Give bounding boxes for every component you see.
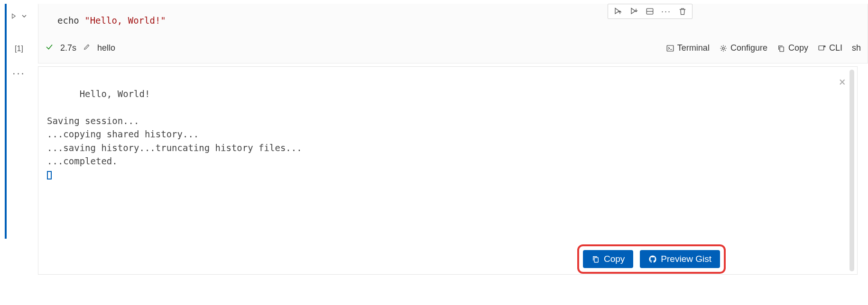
close-output-icon[interactable]: × — [839, 73, 846, 90]
output-text: Hello, World! Saving session... ...copyi… — [47, 89, 302, 167]
edit-label-icon[interactable] — [83, 43, 91, 53]
code-token-string: "Hello, World!" — [84, 15, 166, 26]
copy-button[interactable]: Copy — [583, 250, 633, 268]
active-cell-indicator — [5, 4, 7, 63]
highlighted-actions: Copy Preview Gist — [577, 244, 726, 274]
svg-rect-4 — [780, 47, 784, 52]
svg-rect-5 — [819, 45, 824, 50]
code-token-command: echo — [57, 15, 79, 26]
cell-status-bar: 2.7s hello Terminal Configure Copy — [38, 40, 868, 58]
svg-point-3 — [722, 47, 725, 49]
output-collapse-icon[interactable]: ··· — [12, 70, 25, 76]
configure-label: Configure — [730, 43, 767, 53]
execution-duration: 2.7s — [60, 43, 76, 53]
split-cell-icon[interactable] — [645, 7, 655, 16]
code-editor[interactable]: echo "Hello, World!" — [38, 4, 868, 40]
open-terminal-button[interactable]: Terminal — [666, 43, 710, 53]
copy-cell-button[interactable]: Copy — [777, 43, 808, 53]
terminal-cursor — [47, 171, 52, 179]
terminal-label: Terminal — [677, 43, 710, 53]
copy-button-label: Copy — [604, 254, 625, 264]
cell-toolbar: ··· — [608, 4, 693, 19]
svg-rect-2 — [667, 45, 674, 51]
output-panel: Hello, World! Saving session... ...copyi… — [38, 66, 858, 275]
code-gutter: [1] — [0, 4, 38, 63]
active-output-indicator — [5, 63, 7, 239]
output-scrollbar[interactable] — [850, 70, 854, 271]
more-actions-icon[interactable]: ··· — [661, 7, 671, 16]
cell-label[interactable]: hello — [97, 43, 115, 53]
run-cell-button[interactable] — [10, 12, 28, 20]
preview-gist-label: Preview Gist — [661, 254, 711, 264]
copy-cell-label: Copy — [788, 43, 808, 53]
svg-rect-6 — [594, 258, 598, 262]
cli-label: CLI — [829, 43, 842, 53]
success-icon — [45, 43, 54, 54]
cli-button[interactable]: CLI — [818, 43, 842, 53]
configure-button[interactable]: Configure — [719, 43, 767, 53]
language-label[interactable]: sh — [852, 43, 861, 53]
run-below-icon[interactable] — [629, 7, 638, 16]
delete-cell-icon[interactable] — [678, 7, 687, 16]
preview-gist-button[interactable]: Preview Gist — [640, 250, 720, 268]
output-gutter: ··· — [0, 63, 38, 239]
run-above-icon[interactable] — [613, 7, 622, 16]
execution-count: [1] — [15, 45, 23, 53]
code-cell[interactable]: echo "Hello, World!" 2.7s hello Terminal — [38, 4, 868, 63]
